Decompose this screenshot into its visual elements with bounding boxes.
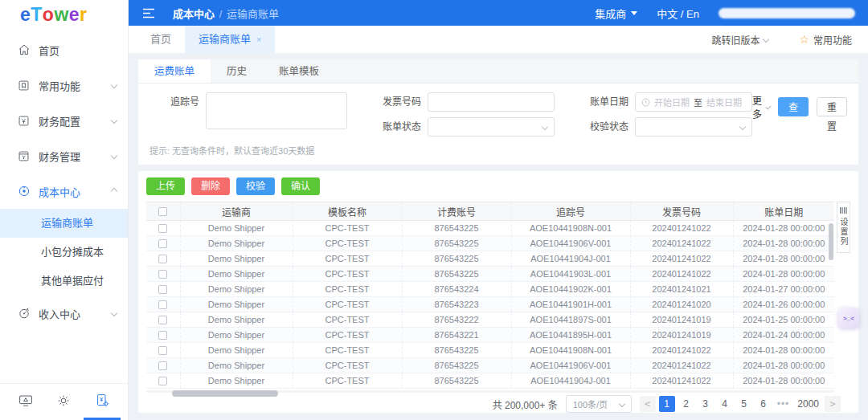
table-cell: Demo Shipper [180, 312, 293, 328]
pagination: 共 200,000+ 条 100条/页 < 123456•••2000 > [146, 395, 850, 413]
more-filters-link[interactable]: 更多 [752, 93, 770, 120]
sidebar-item-revenue-center[interactable]: 收入中心 [0, 296, 128, 331]
upload-button[interactable]: 上传 [146, 177, 185, 195]
page-button-5[interactable]: 5 [736, 396, 752, 412]
page-button-4[interactable]: 4 [717, 396, 733, 412]
chevron-down-icon [111, 82, 117, 88]
action-buttons: 上传删除校验确认 [146, 175, 850, 202]
row-checkbox[interactable] [158, 331, 167, 340]
page-button-2000[interactable]: 2000 [795, 396, 821, 412]
row-checkbox[interactable] [158, 377, 167, 385]
table-cell: AOE10441901H-001 [511, 297, 630, 312]
user-info-redacted[interactable] [719, 8, 855, 18]
table-cell: Demo Shipper [180, 267, 293, 282]
sidebar-footer-monitor-button[interactable] [10, 384, 42, 420]
feedback-widget[interactable]: >_< [838, 308, 859, 328]
horizontal-scrollbar-track[interactable] [146, 390, 834, 393]
app-root: eTower 首页常用功能财务配置财务管理成本中心运输商账单小包分摊成本其他单据… [0, 0, 868, 420]
sidebar-item-carrier-bill[interactable]: 运输商账单 [0, 209, 128, 238]
column-settings-tab[interactable]: 设置列 [837, 202, 850, 253]
sidebar-item-label: 成本中心 [39, 184, 80, 199]
page-button-6[interactable]: 6 [755, 396, 772, 412]
prev-page-button[interactable]: < [640, 396, 656, 412]
page-size-select[interactable]: 100条/页 [566, 395, 632, 413]
sidebar-item-finance-config[interactable]: 财务配置 [0, 103, 128, 138]
page-ellipsis: ••• [775, 396, 792, 412]
collapse-menu-icon[interactable] [141, 6, 155, 20]
sidebar-item-finance-manage[interactable]: 财务管理 [0, 138, 128, 173]
row-checkbox[interactable] [158, 255, 167, 263]
page-button-1[interactable]: 1 [659, 396, 675, 412]
vertical-scrollbar[interactable] [829, 223, 833, 260]
row-checkbox[interactable] [158, 285, 167, 294]
row-checkbox[interactable] [158, 239, 167, 248]
row-checkbox[interactable] [158, 300, 167, 309]
date-to-label: 至 [694, 96, 702, 108]
legacy-version-link[interactable]: 跳转旧版本 [711, 33, 768, 47]
sidebar-item-frequent[interactable]: 常用功能 [0, 67, 128, 103]
row-checkbox[interactable] [158, 316, 167, 324]
table-row: Demo ShipperCPC-TEST876543225AOE10441903… [146, 267, 834, 282]
page-button-3[interactable]: 3 [698, 396, 714, 412]
delete-button[interactable]: 删除 [191, 177, 230, 195]
sidebar-item-cost-center[interactable]: 成本中心 [0, 173, 128, 209]
table-cell: 202401241022 [630, 343, 733, 358]
panel-tab-1[interactable]: 历史 [211, 59, 263, 83]
table-cell: 876543225 [402, 373, 511, 389]
page-button-2[interactable]: 2 [678, 396, 694, 412]
close-tab-icon[interactable]: × [256, 26, 261, 53]
select-all-checkbox[interactable] [158, 207, 167, 216]
tracking-input[interactable] [206, 92, 347, 129]
table-cell: CPC-TEST [293, 267, 402, 282]
table-head: 运输商模板名称计费账号追踪号发票号码账单日期 [146, 202, 834, 221]
check-status-select[interactable] [635, 117, 752, 137]
integrator-dropdown[interactable]: 集成商 [595, 6, 637, 21]
horizontal-scrollbar-thumb[interactable] [172, 390, 278, 397]
sidebar-item-label: 收入中心 [39, 306, 80, 321]
sidebar-item-home[interactable]: 首页 [0, 32, 128, 67]
column-header: 账单日期 [733, 202, 834, 221]
next-page-button[interactable]: > [825, 396, 841, 412]
language-toggle[interactable]: 中文 / En [657, 6, 699, 21]
sidebar-item-other-doc-payable[interactable]: 其他单据应付 [0, 267, 128, 296]
chevron-down-icon [111, 117, 117, 124]
favorites-link[interactable]: ☆ 常用功能 [799, 33, 852, 47]
table-cell: AOE10441906V-001 [511, 358, 630, 373]
table-cell: 876543221 [402, 328, 511, 343]
bill-status-select[interactable] [428, 117, 555, 137]
tab-home[interactable]: 首页 [137, 26, 185, 53]
table-cell: 876543225 [402, 358, 511, 373]
chevron-down-icon [111, 310, 117, 316]
sidebar-item-parcel-share-cost[interactable]: 小包分摊成本 [0, 238, 128, 267]
table-cell: 202401241022 [630, 236, 733, 251]
invoice-status-column: 发票号码 账单状态 [371, 92, 555, 137]
topbar-right: 集成商 中文 / En [595, 6, 855, 21]
tab-carrier-bill[interactable]: 运输商账单 × [185, 26, 275, 53]
table-cell: 876543223 [402, 297, 511, 312]
row-checkbox[interactable] [158, 224, 167, 233]
search-button[interactable]: 查询 [778, 97, 809, 116]
confirm-button[interactable]: 确认 [281, 177, 320, 195]
panel-tab-2[interactable]: 账单模板 [263, 59, 335, 83]
reset-button[interactable]: 重置 [817, 97, 847, 116]
bill-table: 运输商模板名称计费账号追踪号发票号码账单日期 Demo ShipperCPC-T… [146, 202, 834, 389]
sidebar-footer-settings-button[interactable] [47, 384, 80, 420]
table-cell: AOE10441904J-001 [511, 251, 630, 267]
page-buttons: 123456•••2000 [659, 396, 821, 412]
filter-actions: 更多 查询 重置 [752, 92, 847, 120]
bill-date-range[interactable]: 开始日期 至 结束日期 [635, 92, 752, 112]
invoice-input[interactable] [428, 92, 555, 112]
row-checkbox[interactable] [158, 270, 167, 279]
row-checkbox[interactable] [158, 346, 167, 355]
breadcrumb-parent: 成本中心 [173, 8, 215, 20]
check-button[interactable]: 校验 [236, 177, 275, 195]
sidebar-footer-finance-tools-button[interactable] [86, 384, 118, 420]
row-checkbox[interactable] [158, 361, 167, 370]
chevron-down-icon [766, 104, 772, 109]
panel-tab-0[interactable]: 运费账单 [138, 59, 211, 83]
table-cell: CPC-TEST [293, 373, 402, 389]
table-cell: 876543225 [402, 221, 511, 236]
sidebar-item-label: 财务配置 [39, 113, 80, 128]
table-cell: 2024-01-28 00:00:00 [733, 373, 834, 389]
tracking-group: 追踪号 [149, 92, 347, 129]
